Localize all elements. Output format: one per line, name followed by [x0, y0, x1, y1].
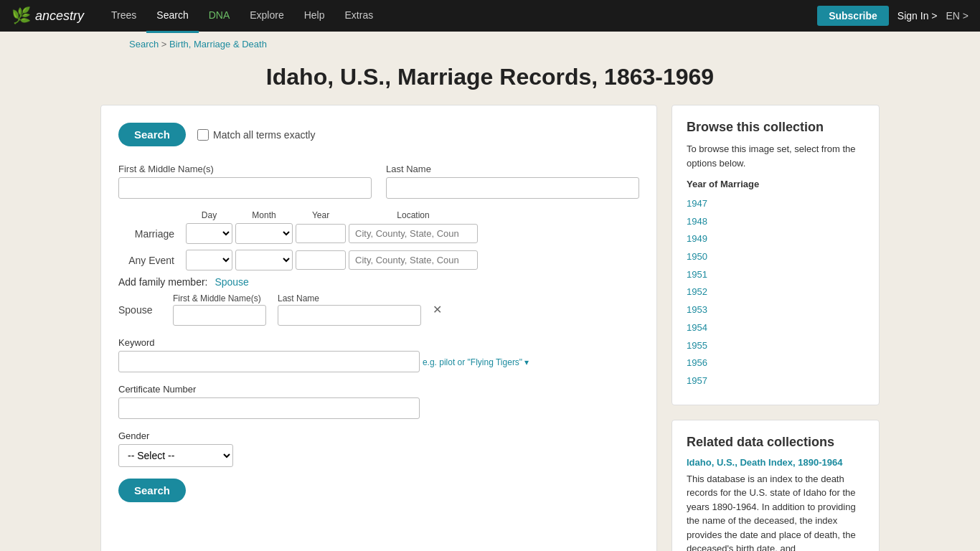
- year-links: 1947 1948 1949 1950 1951 1952 1953 1954 …: [687, 195, 864, 390]
- col-day-label: Day: [186, 210, 232, 220]
- spouse-close-button[interactable]: ✕: [433, 303, 442, 316]
- nav-links: Trees Search DNA Explore Help Extras: [101, 0, 817, 33]
- sidebar: Browse this collection To browse this im…: [672, 105, 880, 551]
- keyword-label: Keyword: [118, 337, 639, 348]
- col-year-label: Year: [296, 210, 346, 220]
- marriage-day-select[interactable]: [186, 223, 232, 244]
- gender-label: Gender: [118, 430, 639, 441]
- ancestry-leaf-icon: 🌿: [11, 6, 31, 25]
- first-name-label: First & Middle Name(s): [118, 164, 372, 174]
- language-selector[interactable]: EN >: [946, 10, 969, 22]
- browse-desc: To browse this image set, select from th…: [687, 142, 864, 170]
- nav-trees[interactable]: Trees: [101, 0, 146, 33]
- year-1957[interactable]: 1957: [687, 372, 864, 390]
- any-event-label: Any Event: [118, 255, 183, 266]
- gender-section: Gender -- Select -- Male Female: [118, 430, 639, 467]
- spouse-first-group: First & Middle Name(s): [173, 293, 266, 326]
- related-desc: This database is an index to the death r…: [687, 472, 864, 551]
- breadcrumb-search[interactable]: Search: [129, 39, 159, 50]
- marriage-event-row: Marriage: [118, 223, 639, 244]
- add-family-section: Add family member: Spouse: [118, 276, 639, 288]
- year-1954[interactable]: 1954: [687, 319, 864, 337]
- breadcrumb-current[interactable]: Birth, Marriage & Death: [169, 39, 267, 50]
- year-1948[interactable]: 1948: [687, 213, 864, 231]
- spouse-first-label: First & Middle Name(s): [173, 293, 266, 303]
- marriage-year-input[interactable]: [296, 224, 346, 243]
- spouse-row: Spouse First & Middle Name(s) Last Name …: [118, 293, 639, 326]
- col-headers-row: Day Month Year Location: [118, 210, 639, 220]
- search-panel: Search Match all terms exactly First & M…: [100, 105, 657, 551]
- related-card: Related data collections Idaho, U.S., De…: [672, 420, 880, 551]
- browse-card: Browse this collection To browse this im…: [672, 105, 880, 405]
- spouse-last-group: Last Name: [278, 293, 421, 326]
- spouse-first-input[interactable]: [173, 305, 266, 326]
- year-1949[interactable]: 1949: [687, 230, 864, 248]
- main-layout: Search Match all terms exactly First & M…: [0, 105, 980, 551]
- bottom-search-row: Search: [118, 479, 639, 502]
- search-top-row: Search Match all terms exactly: [118, 123, 639, 146]
- spouse-last-label: Last Name: [278, 293, 421, 303]
- any-event-month-select[interactable]: [235, 250, 293, 270]
- nav-explore[interactable]: Explore: [240, 0, 293, 33]
- last-name-input[interactable]: [386, 177, 639, 199]
- related-link[interactable]: Idaho, U.S., Death Index, 1890-1964: [687, 457, 864, 468]
- nav-dna[interactable]: DNA: [199, 0, 240, 33]
- subscribe-button[interactable]: Subscribe: [817, 6, 889, 26]
- keyword-section: Keyword e.g. pilot or "Flying Tigers" ▾: [118, 337, 639, 372]
- keyword-input[interactable]: [118, 351, 420, 372]
- logo[interactable]: 🌿 ancestry: [11, 6, 84, 25]
- any-event-year-input[interactable]: [296, 250, 346, 270]
- last-name-group: Last Name: [386, 164, 639, 199]
- nav-right: Subscribe Sign In > EN >: [817, 6, 969, 26]
- year-1955[interactable]: 1955: [687, 337, 864, 355]
- top-nav: 🌿 ancestry Trees Search DNA Explore Help…: [0, 0, 980, 32]
- breadcrumb-separator: >: [161, 39, 169, 50]
- match-label[interactable]: Match all terms exactly: [197, 129, 315, 141]
- year-1952[interactable]: 1952: [687, 283, 864, 301]
- bottom-search-button[interactable]: Search: [118, 479, 186, 502]
- any-event-day-select[interactable]: [186, 250, 232, 270]
- year-1947[interactable]: 1947: [687, 195, 864, 213]
- match-text: Match all terms exactly: [213, 129, 315, 141]
- any-event-row: Any Event: [118, 250, 639, 270]
- cert-input[interactable]: [118, 397, 420, 419]
- page-title: Idaho, U.S., Marriage Records, 1863-1969: [0, 57, 980, 105]
- col-month-label: Month: [235, 210, 293, 220]
- signin-link[interactable]: Sign In >: [897, 10, 938, 22]
- marriage-label: Marriage: [118, 228, 183, 240]
- logo-text: ancestry: [35, 9, 84, 24]
- match-checkbox[interactable]: [197, 129, 209, 141]
- keyword-example[interactable]: e.g. pilot or "Flying Tigers" ▾: [423, 357, 529, 367]
- first-name-input[interactable]: [118, 177, 372, 199]
- year-1950[interactable]: 1950: [687, 248, 864, 266]
- nav-extras[interactable]: Extras: [335, 0, 384, 33]
- spouse-label: Spouse: [118, 304, 161, 316]
- name-row: First & Middle Name(s) Last Name: [118, 164, 639, 199]
- year-1956[interactable]: 1956: [687, 354, 864, 372]
- spouse-link[interactable]: Spouse: [215, 276, 248, 288]
- col-location-label: Location: [349, 210, 478, 220]
- spouse-last-input[interactable]: [278, 305, 421, 326]
- year-1951[interactable]: 1951: [687, 266, 864, 284]
- add-family-label: Add family member:: [118, 276, 207, 288]
- cert-label: Certificate Number: [118, 384, 639, 395]
- browse-title: Browse this collection: [687, 120, 864, 135]
- gender-select[interactable]: -- Select -- Male Female: [118, 444, 233, 467]
- marriage-month-select[interactable]: [235, 223, 293, 244]
- nav-help[interactable]: Help: [294, 0, 335, 33]
- year-of-marriage-label: Year of Marriage: [687, 179, 864, 189]
- nav-search[interactable]: Search: [146, 0, 198, 33]
- breadcrumb: Search > Birth, Marriage & Death: [0, 32, 980, 57]
- year-1953[interactable]: 1953: [687, 301, 864, 319]
- last-name-label: Last Name: [386, 164, 639, 174]
- cert-section: Certificate Number: [118, 384, 639, 419]
- marriage-location-input[interactable]: [349, 224, 478, 243]
- search-button[interactable]: Search: [118, 123, 186, 146]
- related-title: Related data collections: [687, 435, 864, 450]
- first-name-group: First & Middle Name(s): [118, 164, 372, 199]
- any-event-location-input[interactable]: [349, 250, 478, 270]
